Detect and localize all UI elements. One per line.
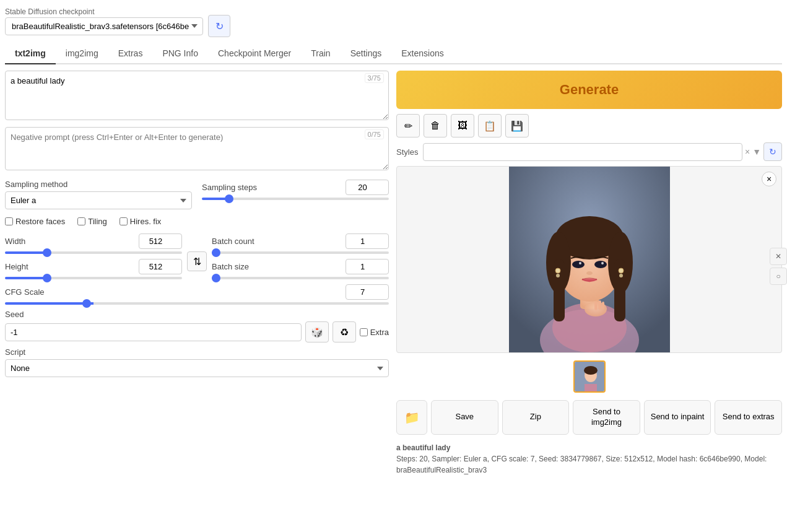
- svg-point-14: [586, 271, 593, 275]
- save-style-button[interactable]: 💾: [505, 114, 529, 137]
- image-display: ×: [396, 166, 782, 353]
- width-slider[interactable]: [5, 251, 182, 254]
- checkpoint-label: Stable Diffusion checkpoint: [5, 7, 203, 16]
- script-select[interactable]: None: [5, 359, 389, 377]
- recycle-icon: ♻: [340, 326, 349, 338]
- tab-settings[interactable]: Settings: [341, 43, 392, 64]
- save-button[interactable]: Save: [431, 400, 498, 435]
- height-group: Height: [5, 259, 182, 279]
- refresh-icon: ↻: [215, 20, 224, 32]
- send-to-inpaint-button[interactable]: Send to inpaint: [644, 400, 711, 435]
- edit-button[interactable]: ✏: [396, 114, 420, 137]
- clipboard-button[interactable]: 📋: [478, 114, 502, 137]
- seed-recycle-button[interactable]: ♻: [333, 321, 356, 342]
- width-input[interactable]: [139, 233, 182, 249]
- close-icon: ×: [767, 174, 772, 184]
- batch-size-label: Batch size: [212, 262, 249, 271]
- checkpoint-refresh-button[interactable]: ↻: [208, 15, 230, 37]
- batch-count-group: Batch count: [212, 233, 389, 254]
- svg-point-17: [619, 268, 624, 273]
- style-image-button[interactable]: 🖼: [451, 114, 474, 137]
- svg-point-12: [579, 262, 581, 264]
- side-close-button[interactable]: ✕: [770, 248, 787, 265]
- sampling-method-select[interactable]: Euler a: [5, 191, 192, 209]
- tab-extensions[interactable]: Extensions: [391, 43, 453, 64]
- swap-dimensions-button[interactable]: ⇅: [187, 251, 207, 271]
- positive-prompt-area: a beautiful lady 3/75: [5, 71, 389, 122]
- toolbar: ✏ 🗑 🖼 📋 💾: [396, 114, 782, 137]
- tab-txt2img[interactable]: txt2img: [5, 43, 56, 64]
- swap-icon: ⇅: [193, 256, 201, 268]
- side-circle-button[interactable]: ○: [770, 268, 787, 285]
- send-to-img2img-button[interactable]: Send to img2img: [573, 400, 640, 435]
- svg-rect-26: [585, 384, 597, 393]
- tab-train[interactable]: Train: [301, 43, 340, 64]
- script-label: Script: [5, 347, 389, 357]
- x-icon: ✕: [775, 252, 781, 261]
- checkpoint-dropdown[interactable]: braBeautifulRealistic_brav3.safetensors …: [5, 17, 203, 35]
- script-section: Script None: [5, 347, 389, 377]
- negative-token-count: 0/75: [365, 129, 384, 139]
- svg-point-18: [619, 274, 623, 277]
- sampling-steps-input[interactable]: [346, 180, 389, 195]
- extra-seed-checkbox[interactable]: Extra: [360, 328, 389, 337]
- cfg-scale-label: CFG Scale: [5, 287, 45, 297]
- sampling-steps-label: Sampling steps: [202, 183, 257, 192]
- styles-dropdown-button[interactable]: ▼: [752, 147, 761, 157]
- height-input[interactable]: [139, 259, 182, 274]
- tab-checkpoint-merger[interactable]: Checkpoint Merger: [208, 43, 301, 64]
- styles-input[interactable]: [423, 143, 742, 161]
- height-label: Height: [5, 262, 28, 271]
- side-icons-panel: ✕ ○: [770, 248, 787, 285]
- sampling-method-group: Sampling method Euler a: [5, 180, 192, 209]
- svg-rect-20: [594, 302, 598, 310]
- image-icon: 🖼: [458, 120, 467, 131]
- positive-prompt-input[interactable]: a beautiful lady: [5, 71, 389, 120]
- cfg-scale-input[interactable]: [346, 284, 389, 300]
- trash-icon: 🗑: [430, 120, 440, 131]
- pencil-icon: ✏: [404, 120, 412, 132]
- restore-faces-checkbox[interactable]: Restore faces: [5, 217, 65, 226]
- styles-refresh-button[interactable]: ↻: [763, 142, 782, 161]
- cfg-scale-slider[interactable]: [5, 302, 389, 305]
- close-image-button[interactable]: ×: [762, 172, 776, 186]
- styles-section: Styles × ▼ ↻: [396, 142, 782, 161]
- open-folder-button[interactable]: 📁: [396, 400, 427, 435]
- zip-button[interactable]: Zip: [502, 400, 570, 435]
- batch-size-group: Batch size: [212, 259, 389, 279]
- sampling-steps-group: Sampling steps: [202, 180, 389, 209]
- batch-count-label: Batch count: [212, 237, 254, 246]
- checkboxes-row: Restore faces Tiling Hires. fix: [5, 217, 389, 226]
- thumbnail-item[interactable]: [573, 360, 606, 393]
- negative-prompt-input[interactable]: [5, 127, 389, 170]
- tab-extras[interactable]: Extras: [108, 43, 153, 64]
- tab-png-info[interactable]: PNG Info: [152, 43, 208, 64]
- negative-prompt-area: 0/75: [5, 127, 389, 172]
- image-info: a beautiful ladySteps: 20, Sampler: Eule…: [396, 440, 782, 478]
- chevron-down-icon: ▼: [752, 147, 761, 157]
- sampling-steps-slider[interactable]: [202, 198, 389, 200]
- tab-img2img[interactable]: img2img: [56, 43, 108, 64]
- styles-clear-button[interactable]: ×: [745, 147, 750, 157]
- send-to-extras-button[interactable]: Send to extras: [715, 400, 782, 435]
- trash-button[interactable]: 🗑: [424, 114, 447, 137]
- dice-icon: 🎲: [311, 326, 323, 338]
- batch-count-input[interactable]: [346, 233, 389, 249]
- folder-icon: 📁: [404, 409, 420, 425]
- action-buttons: 📁 Save Zip Send to img2img Send to inpai…: [396, 400, 782, 435]
- batch-size-slider[interactable]: [212, 277, 389, 279]
- styles-label: Styles: [396, 147, 418, 157]
- width-group: Width: [5, 233, 182, 254]
- height-slider[interactable]: [5, 277, 182, 279]
- tiling-checkbox[interactable]: Tiling: [77, 217, 107, 226]
- cfg-scale-group: CFG Scale: [5, 284, 389, 305]
- hires-fix-checkbox[interactable]: Hires. fix: [120, 217, 162, 226]
- batch-count-slider[interactable]: [212, 251, 389, 254]
- svg-point-16: [556, 274, 560, 277]
- svg-point-13: [601, 262, 604, 264]
- tab-bar: txt2img img2img Extras PNG Info Checkpoi…: [5, 43, 782, 64]
- generate-button[interactable]: Generate: [396, 71, 782, 109]
- batch-size-input[interactable]: [346, 259, 389, 274]
- seed-dice-button[interactable]: 🎲: [305, 321, 329, 342]
- seed-input[interactable]: [5, 323, 302, 341]
